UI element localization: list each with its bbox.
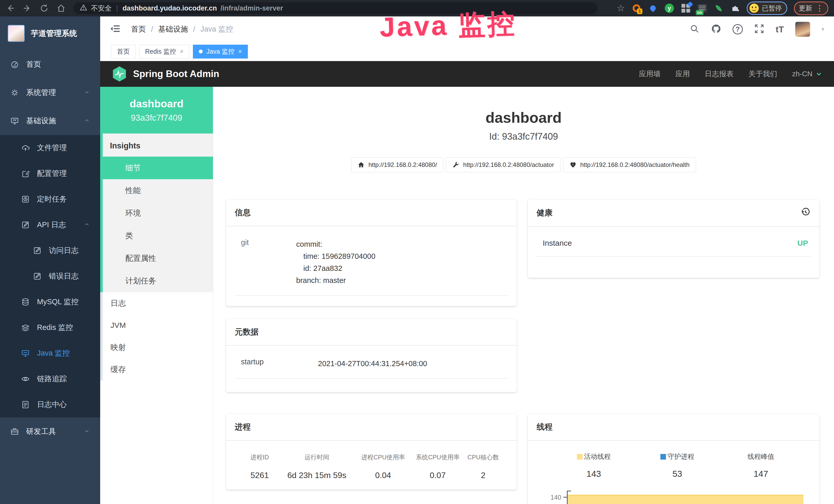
close-icon[interactable]: ×	[238, 48, 242, 55]
sidebar-item-accesslog[interactable]: 访问日志	[0, 238, 100, 264]
reload-icon[interactable]	[40, 4, 49, 13]
github-icon[interactable]	[711, 24, 721, 35]
sba-brand-label: Spring Boot Admin	[133, 69, 219, 79]
process-table: 进程ID5261 运行时间6d 23h 15m 59s 进程CPU使用率0.04…	[235, 450, 508, 488]
sidebar-item-errorlog[interactable]: 错误日志	[0, 264, 100, 289]
y-extension-icon[interactable]: y	[664, 3, 674, 13]
on-badge: on	[696, 10, 704, 15]
system-cpu: 0.07	[411, 471, 465, 480]
locale-selector[interactable]: zh-CN	[792, 70, 822, 78]
wrench-icon	[452, 161, 460, 168]
sba-item-caches[interactable]: 缓存	[103, 359, 213, 381]
sidebar-item-devtools[interactable]: 研发工具	[0, 417, 100, 446]
bookmark-star-icon[interactable]: ☆	[617, 4, 625, 13]
instance-name: dashboard	[130, 98, 184, 110]
browser-menu-icon[interactable]: ⋮	[816, 5, 824, 11]
home-icon[interactable]	[57, 4, 66, 13]
sba-item-jvm[interactable]: JVM	[103, 314, 213, 336]
page-instance-id: Id: 93a3fc7f7409	[213, 131, 834, 142]
daemon-threads-swatch	[660, 454, 666, 460]
live-threads-value: 143	[552, 469, 635, 479]
sidebar-item-redis[interactable]: Redis 监控	[0, 315, 100, 340]
health-url-button[interactable]: http://192.168.0.2:48080/actuator/health	[563, 157, 696, 172]
pin-extension-icon[interactable]	[648, 3, 658, 13]
tab-home[interactable]: 首页	[111, 45, 136, 59]
font-size-icon[interactable]: tT	[776, 24, 784, 35]
paused-extension-pill[interactable]: 已暂停	[747, 2, 787, 15]
sidebar-item-home[interactable]: 首页	[0, 50, 100, 78]
process-uptime: 6d 23h 15m 59s	[278, 471, 356, 480]
tab-java[interactable]: Java 监控 ×	[193, 45, 248, 59]
sidebar-item-trace[interactable]: 链路追踪	[0, 366, 100, 392]
service-url-button[interactable]: http://192.168.0.2:48080/	[351, 157, 443, 172]
git-id-line: id: 27aa832	[296, 262, 375, 274]
legend-label: 活动线程	[584, 452, 611, 461]
tab-label: 首页	[117, 47, 130, 56]
history-icon[interactable]	[800, 207, 811, 219]
sidebar-item-config[interactable]: 配置管理	[0, 161, 100, 186]
sba-other-items: 日志 JVM 映射 缓存	[100, 292, 213, 381]
sba-item-mappings[interactable]: 映射	[103, 336, 213, 359]
sba-item-metrics[interactable]: 性能	[103, 179, 213, 202]
user-avatar[interactable]	[795, 22, 810, 37]
sidebar-item-job[interactable]: 定时任务	[0, 186, 100, 212]
sba-item-classes[interactable]: 类	[103, 224, 213, 247]
instance-header: dashboard 93a3fc7f7409	[100, 87, 213, 134]
sidebar-item-mysql[interactable]: MySQL 监控	[0, 289, 100, 315]
grid-extension-icon[interactable]	[681, 3, 691, 13]
sidebar-item-label: 研发工具	[26, 427, 56, 437]
sidebar-item-infra[interactable]: 基础设施	[0, 107, 100, 135]
java-monitor-icon	[21, 349, 30, 358]
sba-item-configprops[interactable]: 配置属性	[103, 247, 213, 270]
sidebar-item-logcenter[interactable]: 日志中心	[0, 392, 100, 417]
breadcrumb-home[interactable]: 首页	[131, 24, 146, 35]
sba-nav-journal[interactable]: 日志报表	[705, 69, 733, 79]
sidebar-item-java[interactable]: Java 监控	[0, 340, 100, 366]
sba-brand[interactable]: Spring Boot Admin	[112, 66, 219, 82]
sprout-extension-icon[interactable]	[714, 3, 724, 13]
active-tab-dot	[199, 49, 203, 53]
search-icon[interactable]	[689, 24, 700, 35]
actuator-url-button[interactable]: http://192.168.0.2:48080/actuator	[446, 157, 561, 172]
sidebar-item-label: 链路追踪	[37, 374, 67, 384]
close-icon[interactable]: ×	[180, 48, 184, 55]
legend-label: 守护进程	[667, 452, 694, 461]
chevron-down-icon	[815, 71, 822, 77]
address-bar[interactable]: 不安全 dashboard.yudao.iocoder.cn/infra/adm…	[73, 2, 597, 14]
log-edit-icon	[33, 272, 42, 281]
sba-nav-about[interactable]: 关于我们	[748, 69, 777, 79]
process-cpu: 0.04	[356, 471, 411, 480]
help-icon[interactable]: ?	[732, 24, 743, 35]
sidebar-item-file[interactable]: 文件管理	[0, 135, 100, 161]
log-edit-icon	[33, 246, 42, 255]
breadcrumb-infra[interactable]: 基础设施	[158, 24, 188, 35]
sidebar-item-label: 系统管理	[26, 88, 56, 98]
avatar-caret-icon[interactable]: ▾	[821, 26, 824, 32]
back-icon[interactable]	[6, 4, 15, 13]
sba-nav-wallboard[interactable]: 应用墙	[639, 69, 661, 79]
forward-icon[interactable]	[23, 4, 32, 13]
sidebar-item-system[interactable]: 系统管理	[0, 78, 100, 107]
sidebar-item-label: 错误日志	[49, 271, 79, 281]
sidebar-item-label: Redis 监控	[37, 322, 73, 333]
extensions-puzzle-icon[interactable]	[730, 3, 740, 13]
sba-item-env[interactable]: 环境	[103, 202, 213, 224]
on-extension-icon[interactable]: on	[697, 3, 707, 13]
sba-nav-applications[interactable]: 应用	[676, 69, 690, 79]
sba-item-logs[interactable]: 日志	[103, 292, 213, 314]
process-card-title: 进程	[235, 421, 251, 432]
app-logo-row[interactable]: 芋道管理系统	[0, 17, 100, 50]
sidebar-item-label: MySQL 监控	[37, 297, 79, 307]
log-edit-icon	[21, 221, 30, 229]
cpu-cores: 2	[465, 471, 501, 480]
threads-card-title: 线程	[536, 421, 552, 432]
orange-extension-icon[interactable]: 1	[632, 3, 641, 13]
sba-item-details[interactable]: 细节	[100, 157, 213, 179]
sba-item-scheduled[interactable]: 计划任务	[103, 270, 213, 292]
tab-redis[interactable]: Redis 监控 ×	[139, 45, 189, 59]
sidebar-item-apilog[interactable]: API 日志	[0, 212, 100, 238]
browser-update-button[interactable]: 更新 ⋮	[794, 2, 828, 15]
breadcrumb-current: Java 监控	[200, 24, 233, 35]
sidebar-collapse-icon[interactable]	[110, 23, 121, 35]
fullscreen-icon[interactable]	[754, 24, 764, 35]
